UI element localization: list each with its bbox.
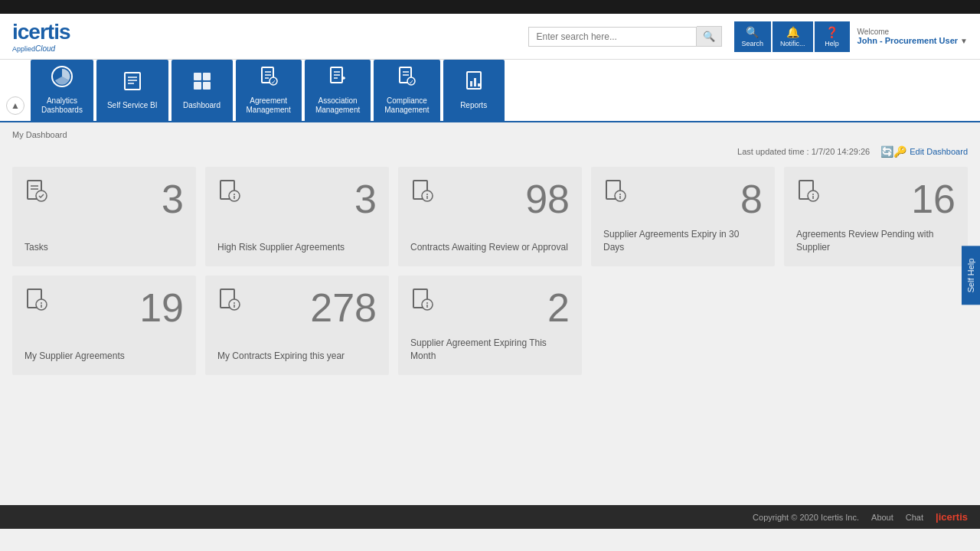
svg-text:✓: ✓ <box>409 79 414 86</box>
selfservice-label: Self Service BI <box>107 101 158 110</box>
logo-area: icertis AppliedCloud <box>12 20 70 53</box>
notifications-btn[interactable]: 🔔 Notific... <box>773 21 813 52</box>
reports-icon <box>463 70 485 96</box>
tile-tasks-number: 3 <box>162 179 184 219</box>
agreement-icon: ✓ <box>258 66 279 92</box>
footer-chat-link[interactable]: Chat <box>906 513 923 522</box>
last-updated-text: Last updated time : 1/7/20 14:29:26 <box>737 147 870 156</box>
search-header-btn[interactable]: 🔍 Search <box>734 21 772 52</box>
tile-my-contracts[interactable]: 278 My Contracts Expiring this year <box>205 276 389 375</box>
svg-rect-1 <box>125 73 140 90</box>
logo-text: icertis <box>12 20 70 44</box>
edit-dashboard-button[interactable]: 🔑 Edit Dashboard <box>893 145 968 158</box>
footer-about-link[interactable]: About <box>871 513 893 522</box>
tile-supplier-expiry-icon <box>603 179 628 209</box>
nav-item-agreement[interactable]: ✓ AgreementManagement <box>236 60 302 121</box>
reports-label: Reports <box>460 101 487 110</box>
tile-contracts-awaiting[interactable]: 98 Contracts Awaiting Review or Approval <box>398 167 582 266</box>
refresh-icon[interactable]: 🔄 <box>880 145 893 158</box>
main-content: My Dashboard Last updated time : 1/7/20 … <box>0 122 980 505</box>
association-label: AssociationManagement <box>315 96 360 115</box>
tile-high-risk[interactable]: 3 High Risk Supplier Agreements <box>205 167 389 266</box>
welcome-area: Welcome John - Procurement User ▼ <box>858 28 968 45</box>
tile-my-supplier-label: My Supplier Agreements <box>24 342 184 363</box>
tile-supplier-month-icon <box>410 288 435 318</box>
tile-empty-1 <box>591 276 775 375</box>
svg-rect-29 <box>478 83 480 86</box>
user-name[interactable]: John - Procurement User <box>858 36 958 45</box>
tile-supplier-expiry-label: Supplier Agreements Expiry in 30 Days <box>603 220 763 254</box>
tile-tasks-icon <box>24 179 49 209</box>
edit-icon: 🔑 <box>893 145 906 158</box>
search-button[interactable]: 🔍 <box>697 26 722 47</box>
tiles-row-1: 3 Tasks 3 High Risk Supplier Agreements <box>12 167 968 266</box>
tile-agreements-review[interactable]: 16 Agreements Review Pending with Suppli… <box>784 167 968 266</box>
footer: Copyright © 2020 Icertis Inc. About Chat… <box>0 505 980 529</box>
top-bar <box>0 0 980 14</box>
header: icertis AppliedCloud 🔍 🔍 Search 🔔 Notifi… <box>0 14 980 60</box>
svg-rect-28 <box>474 78 476 86</box>
svg-rect-7 <box>194 82 201 90</box>
search-input[interactable] <box>528 27 697 47</box>
tile-agreements-review-label: Agreements Review Pending with Supplier <box>796 220 956 254</box>
svg-rect-5 <box>194 73 201 80</box>
search-area: 🔍 <box>528 26 722 47</box>
tile-supplier-expiry-number: 8 <box>740 179 763 219</box>
logo-sub: AppliedCloud <box>12 44 70 53</box>
tile-agreements-review-number: 16 <box>911 179 956 219</box>
tile-my-supplier-number: 19 <box>139 288 184 328</box>
tile-contracts-awaiting-number: 98 <box>525 179 570 219</box>
svg-point-56 <box>234 302 235 304</box>
svg-point-60 <box>426 302 428 304</box>
compliance-label: ComplianceManagement <box>384 96 429 115</box>
nav-item-compliance[interactable]: ✓ ComplianceManagement <box>374 60 439 121</box>
header-actions: 🔍 Search 🔔 Notific... ❓ Help <box>734 21 850 52</box>
tile-my-supplier-icon <box>24 288 49 318</box>
tile-high-risk-label: High Risk Supplier Agreements <box>217 233 377 254</box>
tile-high-risk-number: 3 <box>354 179 377 219</box>
breadcrumb: My Dashboard <box>12 130 968 139</box>
analytics-label: AnalyticsDashboards <box>41 96 83 115</box>
svg-point-44 <box>619 194 621 195</box>
nav-item-dashboard[interactable]: Dashboard <box>172 60 233 121</box>
dashboard-header: Last updated time : 1/7/20 14:29:26 🔄 🔑 … <box>12 145 968 158</box>
tile-contracts-awaiting-icon <box>410 179 435 209</box>
self-help-button[interactable]: Self Help <box>962 246 980 305</box>
tile-my-contracts-label: My Contracts Expiring this year <box>217 342 377 363</box>
nav-item-association[interactable]: AssociationManagement <box>305 60 371 121</box>
dropdown-arrow[interactable]: ▼ <box>960 37 968 45</box>
tile-tasks[interactable]: 3 Tasks <box>12 167 196 266</box>
tile-tasks-label: Tasks <box>24 233 184 254</box>
nav-item-analytics[interactable]: AnalyticsDashboards <box>31 60 93 121</box>
tile-my-supplier[interactable]: 19 My Supplier Agreements <box>12 276 196 375</box>
tile-my-contracts-icon <box>217 288 242 318</box>
nav-up-button[interactable]: ▲ <box>6 96 24 115</box>
association-icon <box>327 66 348 92</box>
tile-supplier-month[interactable]: 2 Supplier Agreement Expiring This Month <box>398 276 582 375</box>
svg-point-36 <box>234 194 235 195</box>
tile-supplier-expiry[interactable]: 8 Supplier Agreements Expiry in 30 Days <box>591 167 775 266</box>
svg-rect-27 <box>470 81 472 86</box>
svg-rect-8 <box>203 82 211 90</box>
tile-high-risk-icon <box>217 179 242 209</box>
tile-supplier-month-number: 2 <box>547 288 570 328</box>
nav-item-selfservice[interactable]: Self Service BI <box>96 60 168 121</box>
tile-my-contracts-number: 278 <box>310 288 377 328</box>
svg-point-52 <box>41 302 42 304</box>
welcome-text: Welcome <box>858 28 968 36</box>
tile-empty-2 <box>784 276 968 375</box>
nav-bar: ▲ AnalyticsDashboards Self Service BI <box>0 60 980 122</box>
help-btn[interactable]: ❓ Help <box>815 21 850 52</box>
svg-point-40 <box>426 194 428 195</box>
svg-text:✓: ✓ <box>270 79 276 86</box>
footer-copyright: Copyright © 2020 Icertis Inc. <box>753 513 859 522</box>
selfservice-icon <box>122 70 143 96</box>
dashboard-label: Dashboard <box>183 101 220 110</box>
tile-agreements-review-icon <box>796 179 821 209</box>
nav-item-reports[interactable]: Reports <box>443 60 505 121</box>
tile-contracts-awaiting-label: Contracts Awaiting Review or Approval <box>410 233 570 254</box>
analytics-icon <box>51 66 73 92</box>
footer-logo: |icertis <box>936 511 968 523</box>
compliance-icon: ✓ <box>396 66 417 92</box>
tiles-row-2: 19 My Supplier Agreements 278 My Contrac… <box>12 276 968 375</box>
